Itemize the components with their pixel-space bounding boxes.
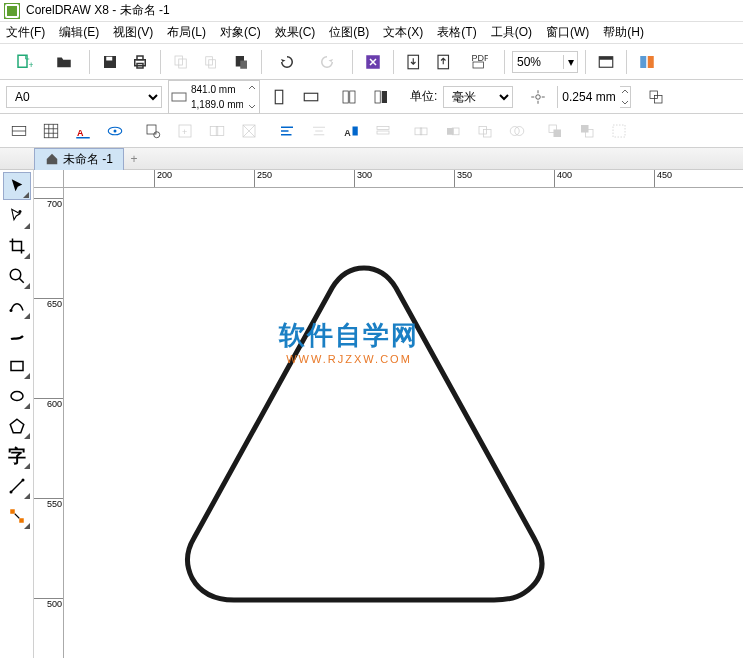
menu-file[interactable]: 文件(F) bbox=[6, 24, 45, 41]
menu-bar: 文件(F) 编辑(E) 视图(V) 布局(L) 对象(C) 效果(C) 位图(B… bbox=[0, 22, 743, 44]
view-button[interactable] bbox=[102, 118, 128, 144]
ruler-tick: 550 bbox=[34, 498, 64, 509]
spinner-icon[interactable] bbox=[247, 83, 257, 111]
ruler-tick: 500 bbox=[34, 598, 64, 609]
svg-text:A: A bbox=[344, 127, 351, 137]
ruler-corner[interactable] bbox=[34, 170, 64, 188]
back-minus-front-button[interactable] bbox=[574, 118, 600, 144]
freehand-tool[interactable] bbox=[3, 292, 31, 320]
add-tab-button[interactable]: + bbox=[124, 149, 144, 169]
connector-tool[interactable] bbox=[3, 502, 31, 530]
combine-button[interactable] bbox=[204, 118, 230, 144]
svg-rect-69 bbox=[554, 129, 562, 137]
new-button[interactable]: + bbox=[6, 49, 42, 75]
front-minus-back-button[interactable] bbox=[542, 118, 568, 144]
align-center-button[interactable] bbox=[306, 118, 332, 144]
separator bbox=[89, 50, 90, 74]
zoom-level-combo[interactable]: ▾ bbox=[512, 51, 578, 73]
rounded-triangle-shape[interactable] bbox=[164, 248, 564, 628]
save-button[interactable] bbox=[97, 49, 123, 75]
crop-tool[interactable] bbox=[3, 232, 31, 260]
svg-point-78 bbox=[11, 392, 23, 401]
trim-button[interactable] bbox=[440, 118, 466, 144]
spinner-icon[interactable] bbox=[620, 87, 630, 107]
page-height-input[interactable] bbox=[187, 97, 247, 111]
zoom-input[interactable] bbox=[513, 55, 563, 69]
svg-rect-77 bbox=[11, 362, 23, 371]
menu-window[interactable]: 窗口(W) bbox=[546, 24, 589, 41]
document-tab[interactable]: 未命名 -1 bbox=[34, 148, 124, 170]
text-tool[interactable]: 字 bbox=[3, 442, 31, 470]
menu-table[interactable]: 表格(T) bbox=[437, 24, 476, 41]
paper-size-select[interactable]: A0 bbox=[6, 86, 162, 108]
menu-layout[interactable]: 布局(L) bbox=[167, 24, 206, 41]
menu-tools[interactable]: 工具(O) bbox=[491, 24, 532, 41]
paste-button[interactable] bbox=[228, 49, 254, 75]
ellipse-tool[interactable] bbox=[3, 382, 31, 410]
ruler-tick: 450 bbox=[654, 170, 672, 188]
svg-rect-83 bbox=[10, 509, 15, 514]
boundary-button[interactable] bbox=[606, 118, 632, 144]
page-dimensions[interactable] bbox=[168, 80, 260, 114]
align-left-button[interactable] bbox=[274, 118, 300, 144]
svg-rect-62 bbox=[447, 128, 454, 135]
text-effects-button[interactable]: A bbox=[338, 118, 364, 144]
all-pages-button[interactable] bbox=[336, 84, 362, 110]
object-props-button[interactable] bbox=[140, 118, 166, 144]
publish-pdf-button[interactable]: PDF bbox=[461, 49, 497, 75]
grid-button[interactable] bbox=[38, 118, 64, 144]
landscape-button[interactable] bbox=[298, 84, 324, 110]
print-button[interactable] bbox=[127, 49, 153, 75]
svg-rect-59 bbox=[377, 131, 389, 134]
open-button[interactable] bbox=[46, 49, 82, 75]
svg-point-81 bbox=[9, 491, 12, 494]
zoom-tool[interactable] bbox=[3, 262, 31, 290]
intersect-button[interactable] bbox=[472, 118, 498, 144]
page-width-input[interactable] bbox=[187, 82, 247, 96]
text-format-button[interactable]: A bbox=[70, 118, 96, 144]
chevron-down-icon[interactable]: ▾ bbox=[563, 55, 577, 69]
menu-help[interactable]: 帮助(H) bbox=[603, 24, 644, 41]
redo-button[interactable] bbox=[309, 49, 345, 75]
align-button[interactable]: + bbox=[172, 118, 198, 144]
menu-object[interactable]: 对象(C) bbox=[220, 24, 261, 41]
svg-rect-12 bbox=[240, 60, 247, 68]
menu-text[interactable]: 文本(X) bbox=[383, 24, 423, 41]
units-select[interactable]: 毫米 bbox=[443, 86, 513, 108]
options-button[interactable] bbox=[634, 49, 660, 75]
weld-button[interactable] bbox=[408, 118, 434, 144]
portrait-button[interactable] bbox=[266, 84, 292, 110]
nudge-distance[interactable] bbox=[557, 86, 631, 108]
drawing-canvas[interactable]: 软件自学网 WWW.RJZXW.COM bbox=[64, 188, 743, 658]
menu-effects[interactable]: 效果(C) bbox=[275, 24, 316, 41]
cut-button[interactable] bbox=[168, 49, 194, 75]
svg-point-42 bbox=[114, 129, 117, 132]
break-button[interactable] bbox=[236, 118, 262, 144]
ruler-vertical[interactable]: 700 650 600 550 500 bbox=[34, 188, 64, 658]
nudge-input[interactable] bbox=[558, 86, 620, 108]
duplicate-distance-button[interactable] bbox=[643, 84, 669, 110]
separator bbox=[352, 50, 353, 74]
shape-tool[interactable] bbox=[3, 202, 31, 230]
full-screen-button[interactable] bbox=[593, 49, 619, 75]
layers-button[interactable] bbox=[370, 118, 396, 144]
import-button[interactable] bbox=[401, 49, 427, 75]
artistic-media-tool[interactable] bbox=[3, 322, 31, 350]
menu-view[interactable]: 视图(V) bbox=[113, 24, 153, 41]
parallel-dimension-tool[interactable] bbox=[3, 472, 31, 500]
menu-edit[interactable]: 编辑(E) bbox=[59, 24, 99, 41]
rectangle-tool[interactable] bbox=[3, 352, 31, 380]
ruler-tick: 250 bbox=[254, 170, 272, 188]
copy-button[interactable] bbox=[198, 49, 224, 75]
snap-pixels-button[interactable] bbox=[6, 118, 32, 144]
export-button[interactable] bbox=[431, 49, 457, 75]
pick-tool[interactable] bbox=[3, 172, 31, 200]
svg-rect-21 bbox=[648, 56, 654, 68]
current-page-button[interactable] bbox=[368, 84, 394, 110]
ruler-horizontal[interactable]: 200 250 300 350 400 450 500 bbox=[64, 170, 743, 188]
polygon-tool[interactable] bbox=[3, 412, 31, 440]
undo-button[interactable] bbox=[269, 49, 305, 75]
simplify-button[interactable] bbox=[504, 118, 530, 144]
search-content-button[interactable] bbox=[360, 49, 386, 75]
menu-bitmap[interactable]: 位图(B) bbox=[329, 24, 369, 41]
